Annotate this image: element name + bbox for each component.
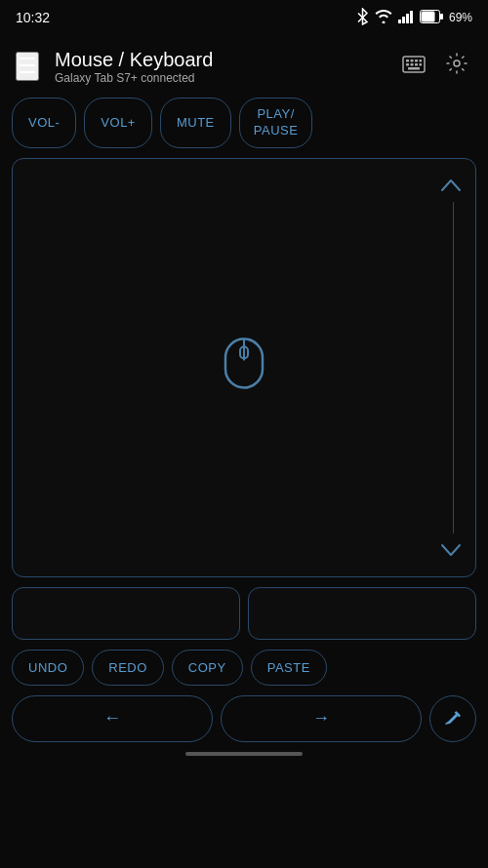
status-time: 10:32 xyxy=(16,10,50,25)
media-controls: VOL- VOL+ MUTE PLAY/PAUSE xyxy=(0,98,488,148)
svg-rect-9 xyxy=(411,59,414,62)
header-right xyxy=(398,48,472,85)
svg-rect-5 xyxy=(440,14,443,20)
connection-status: Galaxy Tab S7+ connected xyxy=(55,71,213,85)
keyboard-button[interactable] xyxy=(398,50,429,83)
svg-rect-2 xyxy=(406,14,409,23)
svg-rect-3 xyxy=(410,11,413,23)
svg-rect-10 xyxy=(415,59,418,62)
paste-button[interactable]: PASTE xyxy=(251,650,327,686)
undo-button[interactable]: UNDO xyxy=(12,650,84,686)
svg-rect-15 xyxy=(420,63,423,66)
svg-rect-8 xyxy=(406,59,409,62)
nav-row: ← → xyxy=(12,695,476,742)
header: ☰ Mouse / Keyboard Galaxy Tab S7+ connec… xyxy=(0,35,488,98)
edit-actions-row: UNDO REDO COPY PASTE xyxy=(12,650,476,686)
svg-rect-13 xyxy=(411,63,414,66)
touchpad-area[interactable] xyxy=(12,158,476,577)
vol-plus-button[interactable]: VOL+ xyxy=(84,98,152,148)
wifi-icon xyxy=(375,10,392,26)
page-title: Mouse / Keyboard xyxy=(55,49,213,71)
play-pause-button[interactable]: PLAY/PAUSE xyxy=(239,98,313,148)
redo-button[interactable]: REDO xyxy=(92,650,164,686)
scroll-up-button[interactable] xyxy=(440,173,462,198)
click-buttons-row xyxy=(12,587,476,640)
mute-button[interactable]: MUTE xyxy=(160,98,231,148)
battery-percent: 69% xyxy=(449,11,472,24)
battery-icon xyxy=(420,10,443,26)
scroll-track xyxy=(453,202,455,533)
svg-point-17 xyxy=(454,60,460,66)
svg-rect-11 xyxy=(420,59,423,62)
settings-button[interactable] xyxy=(441,48,472,85)
forward-button[interactable]: → xyxy=(221,695,422,742)
back-button[interactable]: ← xyxy=(12,695,213,742)
svg-rect-14 xyxy=(415,63,418,66)
mouse-icon xyxy=(224,336,264,398)
vol-minus-button[interactable]: VOL- xyxy=(12,98,76,148)
menu-button[interactable]: ☰ xyxy=(16,52,39,81)
svg-rect-1 xyxy=(402,17,405,23)
home-indicator xyxy=(185,752,303,756)
pencil-button[interactable] xyxy=(429,695,476,742)
scroll-down-button[interactable] xyxy=(440,537,462,563)
signal-icon xyxy=(398,10,414,26)
left-click-button[interactable] xyxy=(12,587,240,640)
header-left: ☰ Mouse / Keyboard Galaxy Tab S7+ connec… xyxy=(16,49,213,85)
bottom-section: UNDO REDO COPY PASTE ← → xyxy=(0,577,488,742)
svg-rect-16 xyxy=(408,67,420,70)
right-click-button[interactable] xyxy=(248,587,476,640)
svg-rect-12 xyxy=(406,63,409,66)
status-icons: 69% xyxy=(356,8,472,28)
status-bar: 10:32 xyxy=(0,0,488,35)
copy-button[interactable]: COPY xyxy=(172,650,243,686)
svg-rect-0 xyxy=(398,20,401,23)
bluetooth-icon xyxy=(356,8,369,28)
svg-rect-6 xyxy=(421,11,434,21)
header-title-block: Mouse / Keyboard Galaxy Tab S7+ connecte… xyxy=(55,49,213,85)
